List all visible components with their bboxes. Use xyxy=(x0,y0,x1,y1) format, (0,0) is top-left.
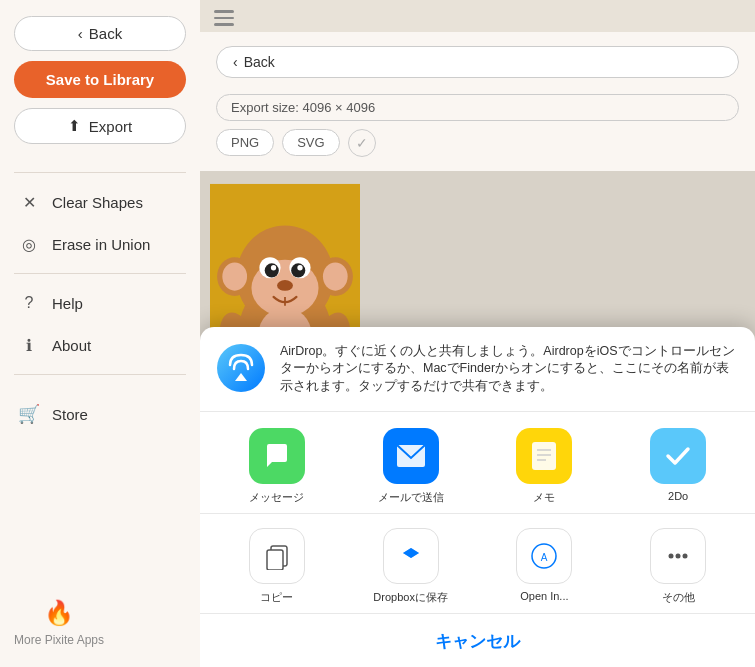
other-action[interactable]: その他 xyxy=(611,528,745,605)
cancel-label: キャンセル xyxy=(435,632,520,651)
open-in-label: Open In... xyxy=(520,590,568,602)
erase-union-item[interactable]: ◎ Erase in Union xyxy=(14,223,186,265)
export-top-bar xyxy=(200,0,755,32)
open-in-action[interactable]: A Open In... xyxy=(478,528,612,605)
help-item[interactable]: ? Help xyxy=(14,282,186,324)
mail-icon xyxy=(383,428,439,484)
exp-ham-line-1 xyxy=(214,10,234,13)
more-apps-text: More Pixite Apps xyxy=(14,633,104,647)
svg-point-52 xyxy=(683,554,688,559)
right-area: 🖼 Load Photo Artboard ‹ Back Export size… xyxy=(200,0,755,667)
svg-point-23 xyxy=(222,262,247,290)
svg-point-38 xyxy=(217,344,265,392)
share-sheet: AirDrop。すぐに近くの人と共有しましょう。AirdropをiOSでコントロ… xyxy=(200,327,755,668)
messages-app[interactable]: メッセージ xyxy=(210,428,344,505)
save-label: Save to Library xyxy=(46,71,154,88)
divider-1 xyxy=(14,172,186,173)
back-label: Back xyxy=(89,25,122,42)
svg-point-30 xyxy=(291,263,305,277)
divider-3 xyxy=(14,374,186,375)
clear-shapes-label: Clear Shapes xyxy=(52,194,143,211)
format-row: PNG SVG ✓ xyxy=(216,129,739,157)
exp-ham-line-3 xyxy=(214,23,234,26)
svg-point-31 xyxy=(271,265,276,270)
svg-point-29 xyxy=(265,263,279,277)
share-actions-row: コピー Dropboxに保存 A xyxy=(200,514,755,614)
copy-action[interactable]: コピー xyxy=(210,528,344,605)
export-hamburger[interactable] xyxy=(214,10,234,26)
export-size-badge: Export size: 4096 × 4096 xyxy=(216,94,739,121)
clear-shapes-item[interactable]: ✕ Clear Shapes xyxy=(14,181,186,223)
airdrop-icon-wrapper xyxy=(216,343,266,393)
export-back-label: Back xyxy=(244,54,275,70)
chevron-left-icon: ‹ xyxy=(78,25,83,42)
airdrop-description: AirDrop。すぐに近くの人と共有しましょう。AirdropをiOSでコントロ… xyxy=(280,343,739,396)
svg-point-50 xyxy=(669,554,674,559)
back-button[interactable]: ‹ Back xyxy=(14,16,186,51)
svg-rect-45 xyxy=(267,550,283,570)
share-apps-row: メッセージ メールで送信 xyxy=(200,412,755,514)
mail-app[interactable]: メールで送信 xyxy=(344,428,478,505)
divider-2 xyxy=(14,273,186,274)
png-button[interactable]: PNG xyxy=(216,129,274,156)
dropbox-label: Dropboxに保存 xyxy=(373,590,448,605)
other-label: その他 xyxy=(662,590,695,605)
copy-label: コピー xyxy=(260,590,293,605)
dropbox-action[interactable]: Dropboxに保存 xyxy=(344,528,478,605)
export-label: Export xyxy=(89,118,132,135)
svg-point-32 xyxy=(297,265,302,270)
messages-icon xyxy=(249,428,305,484)
about-icon: ℹ xyxy=(18,334,40,356)
erase-union-icon: ◎ xyxy=(18,233,40,255)
airdrop-section: AirDrop。すぐに近くの人と共有しましょう。AirdropをiOSでコントロ… xyxy=(200,327,755,413)
help-label: Help xyxy=(52,295,83,312)
mail-label: メールで送信 xyxy=(378,490,444,505)
export-back-chevron: ‹ xyxy=(233,54,238,70)
notes-icon xyxy=(516,428,572,484)
save-to-library-button[interactable]: Save to Library xyxy=(14,61,186,98)
twodo-icon xyxy=(650,428,706,484)
clear-shapes-icon: ✕ xyxy=(18,191,40,213)
store-icon: 🛒 xyxy=(18,403,40,425)
export-button[interactable]: ⬆ Export xyxy=(14,108,186,144)
svg-button[interactable]: SVG xyxy=(282,129,339,156)
svg-point-25 xyxy=(323,262,348,290)
export-icon: ⬆ xyxy=(68,117,81,135)
about-item[interactable]: ℹ About xyxy=(14,324,186,366)
flame-icon: 🔥 xyxy=(44,599,74,627)
dropbox-icon xyxy=(383,528,439,584)
messages-label: メッセージ xyxy=(249,490,304,505)
about-label: About xyxy=(52,337,91,354)
checkmark-button[interactable]: ✓ xyxy=(348,129,376,157)
twodo-label: 2Do xyxy=(668,490,688,502)
help-icon: ? xyxy=(18,292,40,314)
export-header: ‹ Back Export size: 4096 × 4096 PNG SVG … xyxy=(200,32,755,171)
svg-point-33 xyxy=(277,280,293,291)
svg-point-51 xyxy=(676,554,681,559)
bottom-section: 🔥 More Pixite Apps xyxy=(14,599,104,647)
export-back-button[interactable]: ‹ Back xyxy=(216,46,739,78)
airdrop-icon xyxy=(216,343,266,393)
export-panel: ‹ Back Export size: 4096 × 4096 PNG SVG … xyxy=(200,0,755,667)
store-item[interactable]: 🛒 Store xyxy=(14,393,186,435)
svg-text:A: A xyxy=(541,552,548,563)
cancel-button[interactable]: キャンセル xyxy=(200,616,755,667)
svg-marker-47 xyxy=(403,548,419,558)
erase-union-label: Erase in Union xyxy=(52,236,150,253)
other-icon xyxy=(650,528,706,584)
notes-label: メモ xyxy=(533,490,555,505)
exp-ham-line-2 xyxy=(214,17,234,20)
svg-rect-40 xyxy=(532,442,556,470)
left-panel: ‹ Back Save to Library ⬆ Export ✕ Clear … xyxy=(0,0,200,667)
twodo-app[interactable]: 2Do xyxy=(611,428,745,505)
store-label: Store xyxy=(52,406,88,423)
copy-icon xyxy=(249,528,305,584)
notes-app[interactable]: メモ xyxy=(478,428,612,505)
open-in-icon: A xyxy=(516,528,572,584)
